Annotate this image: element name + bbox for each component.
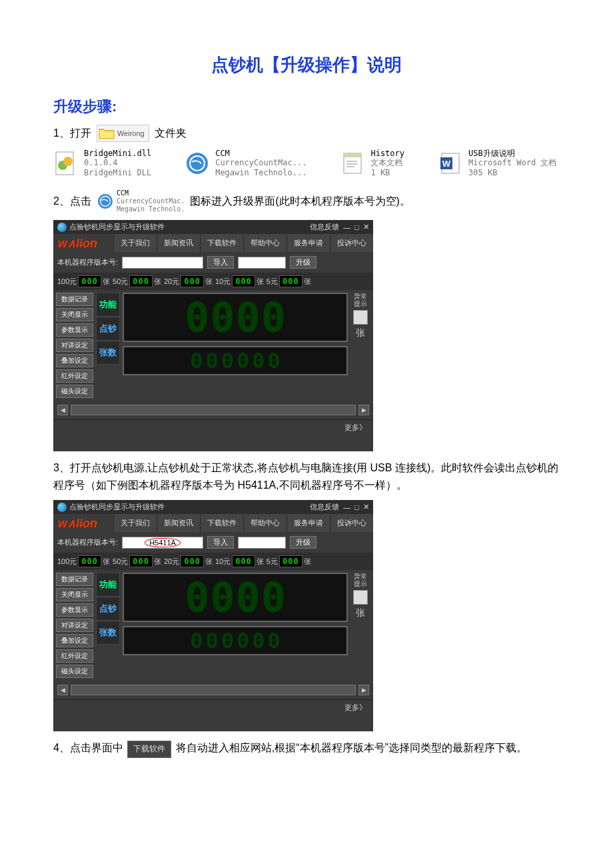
side-talk-setting[interactable]: 对讲设定 (56, 619, 93, 632)
unit-label: 张 (356, 327, 365, 339)
ccm-inline-l2: CurrencyCountMac. (117, 197, 185, 205)
side-talk-setting[interactable]: 对讲设定 (56, 339, 93, 352)
minimize-icon[interactable]: — (343, 503, 350, 511)
side-mag-setting[interactable]: 磁头设定 (56, 665, 93, 678)
denom-100: 100元000张 (57, 275, 110, 287)
document-page: 点钞机【升级操作】说明 升级步骤: 1、打开 Weirong 文件夹 Bridg… (0, 0, 613, 791)
ccm-inline-l3: Megawin Technolo. (117, 205, 185, 213)
small-display: 000000 (123, 346, 348, 375)
file-item: CCM CurrencyCountMac... Megawin Technolo… (185, 149, 306, 177)
side-data-record[interactable]: 数据记录 (56, 293, 93, 306)
denom-10: 10元000张 (215, 555, 264, 567)
denom-20: 20元000张 (164, 275, 213, 287)
denom-10: 10元000张 (215, 275, 264, 287)
step1-prefix: 1、打开 (53, 127, 91, 141)
minimize-icon[interactable]: — (343, 223, 350, 231)
scrollbar[interactable]: ◀ ▶ (53, 681, 373, 699)
version-input[interactable]: H5411A (122, 537, 203, 549)
step4-suffix: 将自动进入相应网站,根据“本机器程序版本号”选择同类型的最新程序下载。 (176, 742, 527, 753)
tab-about[interactable]: 关于我们 (113, 514, 157, 532)
tab-about[interactable]: 关于我们 (113, 234, 157, 252)
doc-title: 点钞机【升级操作】说明 (53, 53, 560, 77)
denom-100: 100元000张 (57, 555, 110, 567)
file-name: BridgeMini.dll (84, 149, 151, 158)
feedback-link[interactable]: 信息反馈 (310, 502, 339, 512)
file-text: History 文本文档 1 KB (370, 149, 404, 177)
file-line3: 1 KB (370, 168, 404, 177)
more-link[interactable]: 更多》 (53, 699, 373, 715)
tab-download[interactable]: 下载软件 (200, 514, 243, 532)
app-window-2: 点验钞机同步显示与升级软件 信息反馈 — □ ✕ w∧lion 关于我们 新闻资… (53, 500, 373, 731)
version-value: H5411A (145, 538, 181, 547)
tab-service[interactable]: 服务申请 (287, 234, 330, 252)
bottom-gap (53, 715, 373, 731)
scroll-left-icon[interactable]: ◀ (57, 685, 68, 695)
step-1: 1、打开 Weirong 文件夹 (53, 125, 560, 142)
side-ir-setting[interactable]: 红外设定 (56, 369, 93, 383)
scrollbar[interactable]: ◀ ▶ (53, 401, 373, 419)
maximize-icon[interactable]: □ (354, 503, 359, 511)
step-2: 2、点击 CCM CurrencyCountMac. Megawin Techn… (53, 189, 560, 213)
indicator-icon (353, 590, 368, 605)
scroll-track[interactable] (71, 405, 356, 415)
file-line2: 文本文档 (370, 158, 404, 167)
titlebar: 点验钞机同步显示与升级软件 信息反馈 — □ ✕ (53, 500, 373, 514)
version-label: 本机器程序版本号: (57, 537, 118, 547)
upgrade-button[interactable]: 升级 (290, 536, 316, 549)
side-ir-setting[interactable]: 红外设定 (56, 649, 93, 663)
close-icon[interactable]: ✕ (363, 503, 369, 511)
menubar: w∧lion 关于我们 新闻资讯 下载软件 帮助中心 服务申请 投诉中心 (53, 234, 373, 252)
side-param-display[interactable]: 参数显示 (56, 603, 93, 617)
unit-label: 张 (356, 607, 365, 619)
right-column: 异常提示 张 (350, 293, 370, 398)
denom-5: 5元000张 (267, 275, 311, 287)
feedback-link[interactable]: 信息反馈 (310, 222, 339, 232)
upgrade-input[interactable] (238, 257, 286, 269)
tab-help[interactable]: 帮助中心 (243, 514, 287, 532)
tab-complaint[interactable]: 投诉中心 (330, 514, 373, 532)
import-button[interactable]: 导入 (207, 256, 234, 269)
scroll-left-icon[interactable]: ◀ (57, 405, 68, 415)
indicator-icon (353, 310, 368, 325)
tab-download[interactable]: 下载软件 (200, 234, 243, 252)
mid-count2: 张数 (96, 621, 120, 645)
side-close-display[interactable]: 关闭显示 (56, 588, 93, 601)
tab-service[interactable]: 服务申请 (287, 514, 330, 532)
side-mag-setting[interactable]: 磁头设定 (56, 385, 93, 398)
mid-labels: 功能 点钞 张数 (96, 573, 120, 678)
side-overlay-setting[interactable]: 叠加设定 (56, 354, 93, 367)
svg-text:w∧lion: w∧lion (58, 517, 97, 530)
mid-function: 功能 (96, 573, 120, 597)
scroll-track[interactable] (71, 685, 356, 695)
import-button[interactable]: 导入 (207, 536, 234, 549)
side-param-display[interactable]: 参数显示 (56, 323, 93, 337)
word-file-icon: W (438, 151, 463, 176)
ccm-inline-icon: CCM CurrencyCountMac. Megawin Technolo. (97, 189, 185, 213)
version-input[interactable] (122, 257, 203, 269)
ccm-inline-name: CCM (117, 189, 185, 197)
big-display: 0000 (123, 573, 348, 622)
svg-point-2 (63, 157, 73, 166)
tab-news[interactable]: 新闻资讯 (157, 514, 200, 532)
close-icon[interactable]: ✕ (363, 223, 369, 231)
file-item: BridgeMini.dll 0.1.0.4 BridgeMini DLL (53, 149, 151, 177)
tab-help[interactable]: 帮助中心 (243, 234, 287, 252)
side-data-record[interactable]: 数据记录 (56, 573, 93, 586)
side-overlay-setting[interactable]: 叠加设定 (56, 634, 93, 647)
file-line2: CurrencyCountMac... (215, 158, 306, 167)
download-button-inline: 下载软件 (127, 741, 171, 757)
upgrade-input[interactable] (238, 537, 286, 549)
mid-count2: 张数 (96, 341, 120, 365)
side-close-display[interactable]: 关闭显示 (56, 308, 93, 321)
upgrade-button[interactable]: 升级 (290, 256, 316, 269)
scroll-right-icon[interactable]: ▶ (358, 685, 369, 695)
tab-complaint[interactable]: 投诉中心 (330, 234, 373, 252)
app-window-1: 点验钞机同步显示与升级软件 信息反馈 — □ ✕ w∧lion 关于我们 新闻资… (53, 220, 373, 451)
more-link[interactable]: 更多》 (53, 419, 373, 435)
maximize-icon[interactable]: □ (354, 223, 359, 231)
dll-icon (53, 151, 79, 176)
tab-news[interactable]: 新闻资讯 (157, 234, 200, 252)
scroll-right-icon[interactable]: ▶ (358, 405, 369, 415)
file-row: BridgeMini.dll 0.1.0.4 BridgeMini DLL CC… (53, 149, 560, 177)
app-icon (57, 503, 67, 512)
